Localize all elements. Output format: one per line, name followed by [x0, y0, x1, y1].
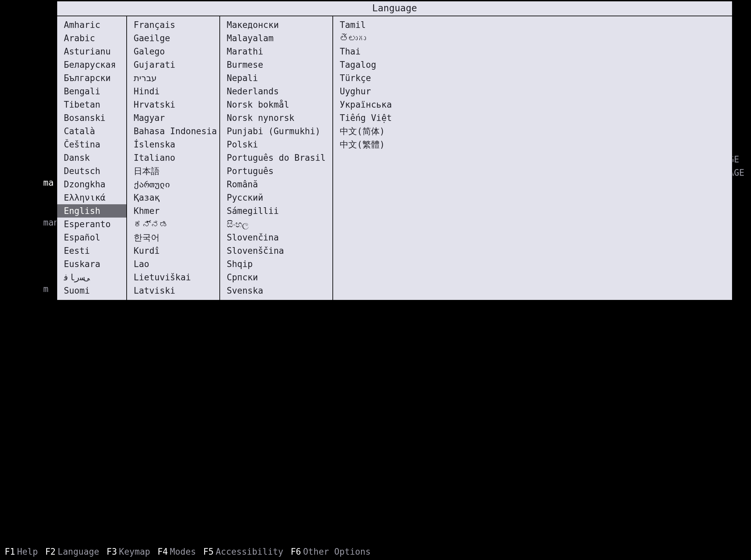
language-option[interactable]: Íslenska [127, 138, 219, 151]
language-option[interactable]: Tagalog [333, 58, 732, 72]
language-option[interactable]: Čeština [57, 138, 126, 151]
fkey-key[interactable]: F3 [107, 547, 117, 557]
language-option[interactable]: Khmer [127, 204, 219, 218]
language-option[interactable]: Українська [333, 98, 732, 111]
language-option[interactable]: Српски [220, 271, 332, 284]
language-option[interactable]: Dansk [57, 151, 126, 164]
language-option[interactable]: Thai [333, 45, 732, 58]
language-option[interactable]: ಕನ್ನಡ [127, 218, 219, 231]
language-column: МакедонскиMalayalamMarathiBurmeseNepaliN… [220, 16, 333, 300]
language-option[interactable]: Lietuviškai [127, 271, 219, 284]
language-option[interactable]: Português [220, 164, 332, 178]
language-column: FrançaisGaeilgeGalegoGujaratiעבריתHindiH… [127, 16, 220, 300]
language-option[interactable]: Nepali [220, 72, 332, 85]
language-option[interactable]: Lao [127, 257, 219, 271]
language-option[interactable]: עברית [127, 72, 219, 85]
language-option[interactable]: ﻰﺳﺭﺎﻓ [57, 271, 126, 284]
language-option[interactable]: Asturianu [57, 45, 126, 58]
language-option[interactable]: Esperanto [57, 218, 126, 231]
language-option[interactable]: Svenska [220, 284, 332, 297]
fkey-key[interactable]: F6 [291, 547, 301, 557]
language-option[interactable]: Беларуская [57, 58, 126, 72]
fkey-help-bar: F1HelpF2LanguageF3KeymapF4ModesF5Accessi… [0, 545, 751, 558]
language-option[interactable]: Arabic [57, 32, 126, 45]
language-option[interactable]: Latviski [127, 284, 219, 297]
language-option[interactable]: Eesti [57, 244, 126, 257]
language-option[interactable]: Türkçe [333, 72, 732, 85]
language-option[interactable]: Polski [220, 138, 332, 151]
language-option[interactable]: Bosanski [57, 111, 126, 124]
fkey-key[interactable]: F5 [203, 547, 213, 557]
language-option[interactable]: 日本語 [127, 164, 219, 178]
language-option[interactable]: Magyar [127, 111, 219, 124]
language-option[interactable]: Marathi [220, 45, 332, 58]
language-option[interactable]: Norsk nynorsk [220, 111, 332, 124]
fkey-key[interactable]: F4 [158, 547, 168, 557]
language-option[interactable]: Burmese [220, 58, 332, 72]
language-option[interactable]: Deutsch [57, 164, 126, 178]
language-dialog: Language AmharicArabicAsturianuБеларуска… [57, 1, 733, 301]
fkey-label[interactable]: Accessibility [216, 547, 284, 557]
language-option[interactable]: 한국어 [127, 231, 219, 244]
language-option[interactable]: Македонски [220, 18, 332, 32]
language-option[interactable]: Български [57, 72, 126, 85]
language-option[interactable]: Gujarati [127, 58, 219, 72]
language-option[interactable]: Français [127, 18, 219, 32]
language-option[interactable]: Galego [127, 45, 219, 58]
language-option[interactable]: Bengali [57, 85, 126, 98]
language-column: TamilతెలుగుThaiTagalogTürkçeUyghurУкраїн… [333, 16, 732, 300]
language-option[interactable]: English [57, 204, 126, 218]
language-option[interactable]: తెలుగు [333, 32, 732, 45]
language-option[interactable]: Kurdî [127, 244, 219, 257]
fkey-label[interactable]: Other Options [303, 547, 371, 557]
language-option[interactable]: Amharic [57, 18, 126, 32]
fkey-key[interactable]: F1 [5, 547, 15, 557]
language-option[interactable]: Català [57, 124, 126, 138]
language-option[interactable]: 中文(繁體) [333, 138, 732, 151]
language-option[interactable]: Italiano [127, 151, 219, 164]
language-option[interactable]: 中文(简体) [333, 124, 732, 138]
language-option[interactable]: Română [220, 178, 332, 191]
language-option[interactable]: Gaeilge [127, 32, 219, 45]
fkey-label[interactable]: Modes [170, 547, 196, 557]
language-option[interactable]: සිංහල [220, 218, 332, 231]
language-option[interactable]: Uyghur [333, 85, 732, 98]
language-columns: AmharicArabicAsturianuБеларускаяБългарск… [57, 16, 732, 300]
fkey-label[interactable]: Language [58, 547, 99, 557]
language-option[interactable]: Tibetan [57, 98, 126, 111]
language-column: AmharicArabicAsturianuБеларускаяБългарск… [57, 16, 127, 300]
language-option[interactable]: ქართული [127, 178, 219, 191]
language-option[interactable]: Ελληνικά [57, 191, 126, 204]
language-option[interactable]: Қазақ [127, 191, 219, 204]
language-option[interactable]: Sámegillii [220, 204, 332, 218]
fkey-label[interactable]: Help [17, 547, 38, 557]
language-option[interactable]: Português do Brasil [220, 151, 332, 164]
language-option[interactable]: Slovenčina [220, 231, 332, 244]
language-option[interactable]: Norsk bokmål [220, 98, 332, 111]
language-option[interactable]: Tiếng Việt [333, 111, 732, 124]
language-option[interactable]: Malayalam [220, 32, 332, 45]
language-option[interactable]: Dzongkha [57, 178, 126, 191]
language-option[interactable]: Slovenščina [220, 244, 332, 257]
language-option[interactable]: Русский [220, 191, 332, 204]
language-option[interactable]: Español [57, 231, 126, 244]
language-option[interactable]: Euskara [57, 257, 126, 271]
language-option[interactable]: Bahasa Indonesia [127, 124, 219, 138]
language-option[interactable]: Tamil [333, 18, 732, 32]
language-option[interactable]: Punjabi (Gurmukhi) [220, 124, 332, 138]
language-option[interactable]: Nederlands [220, 85, 332, 98]
fkey-label[interactable]: Keymap [119, 547, 150, 557]
language-option[interactable]: Suomi [57, 284, 126, 297]
dialog-title: Language [57, 1, 732, 16]
language-option[interactable]: Shqip [220, 257, 332, 271]
language-option[interactable]: Hindi [127, 85, 219, 98]
language-option[interactable]: Hrvatski [127, 98, 219, 111]
fkey-key[interactable]: F2 [45, 547, 56, 557]
